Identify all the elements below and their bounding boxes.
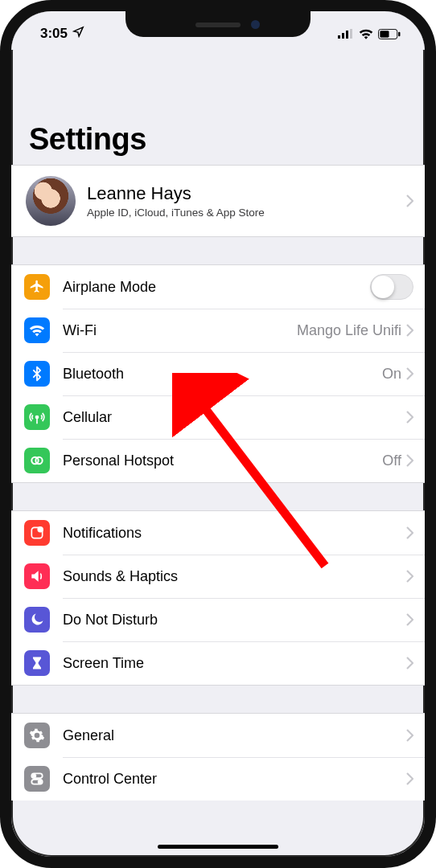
chevron-right-icon <box>406 194 413 207</box>
svg-rect-1 <box>342 33 344 39</box>
svg-rect-2 <box>346 31 348 39</box>
row-label: Notifications <box>63 525 406 542</box>
chevron-right-icon <box>406 657 413 669</box>
chevron-right-icon <box>406 729 413 742</box>
chevron-right-icon <box>406 411 413 424</box>
chevron-right-icon <box>406 772 413 785</box>
dnd-row[interactable]: Do Not Disturb <box>11 598 425 641</box>
row-label: Cellular <box>63 409 406 426</box>
row-label: Screen Time <box>63 655 406 672</box>
profile-name: Leanne Hays <box>87 183 406 204</box>
chevron-right-icon <box>406 367 413 380</box>
controlcenter-row[interactable]: Control Center <box>11 757 425 800</box>
bluetooth-icon <box>24 361 50 387</box>
row-label: Wi-Fi <box>63 322 297 339</box>
controlcenter-icon <box>24 766 50 792</box>
wifi-icon <box>359 28 373 39</box>
hotspot-icon <box>24 448 50 473</box>
row-value: Mango Life Unifi <box>297 322 401 339</box>
notifications-group: Notifications Sounds & Haptics Do Not Di… <box>11 510 425 686</box>
home-indicator[interactable] <box>158 845 278 849</box>
device-notch <box>125 11 311 37</box>
svg-rect-3 <box>350 29 352 39</box>
airplane-mode-toggle[interactable] <box>370 274 413 300</box>
row-value: Off <box>382 452 401 469</box>
svg-rect-5 <box>380 31 389 37</box>
general-icon <box>24 723 50 748</box>
profile-row[interactable]: Leanne Hays Apple ID, iCloud, iTunes & A… <box>11 166 425 236</box>
cellular-signal-icon <box>338 29 354 39</box>
profile-group: Leanne Hays Apple ID, iCloud, iTunes & A… <box>11 165 425 237</box>
row-label: Bluetooth <box>63 366 382 383</box>
system-group: General Control Center <box>11 713 425 800</box>
row-value: On <box>382 366 401 383</box>
general-row[interactable]: General <box>11 714 425 757</box>
svg-point-14 <box>33 775 35 777</box>
chevron-right-icon <box>406 570 413 583</box>
cellular-icon <box>24 404 50 430</box>
sounds-row[interactable]: Sounds & Haptics <box>11 555 425 598</box>
row-label: Airplane Mode <box>63 279 370 296</box>
notifications-row[interactable]: Notifications <box>11 511 425 555</box>
row-label: Personal Hotspot <box>63 452 382 469</box>
wifi-row[interactable]: Wi-Fi Mango Life Unifi <box>11 309 425 352</box>
row-label: Do Not Disturb <box>63 612 406 628</box>
cellular-row[interactable]: Cellular <box>11 395 425 439</box>
svg-point-16 <box>39 780 41 783</box>
svg-point-12 <box>38 527 43 532</box>
row-label: General <box>63 727 406 744</box>
chevron-right-icon <box>406 454 413 467</box>
connectivity-group: Airplane Mode Wi-Fi Mango Life Unifi Blu… <box>11 264 425 483</box>
wifi-icon <box>24 317 50 343</box>
avatar <box>26 176 76 226</box>
screentime-icon <box>24 650 50 676</box>
chevron-right-icon <box>406 526 413 539</box>
row-label: Control Center <box>63 771 406 788</box>
notifications-icon <box>24 520 50 546</box>
location-arrow-icon <box>72 26 84 42</box>
sounds-icon <box>24 563 50 589</box>
row-label: Sounds & Haptics <box>63 568 406 585</box>
page-title: Settings <box>11 50 425 165</box>
chevron-right-icon <box>406 324 413 337</box>
airplane-mode-row[interactable]: Airplane Mode <box>11 265 425 309</box>
bluetooth-row[interactable]: Bluetooth On <box>11 352 425 395</box>
status-time: 3:05 <box>40 26 68 42</box>
profile-subtitle: Apple ID, iCloud, iTunes & App Store <box>87 207 406 219</box>
dnd-icon <box>24 607 50 633</box>
airplane-icon <box>24 274 50 300</box>
battery-icon <box>378 29 401 39</box>
svg-rect-6 <box>398 31 400 36</box>
chevron-right-icon <box>406 613 413 626</box>
hotspot-row[interactable]: Personal Hotspot Off <box>11 439 425 482</box>
screentime-row[interactable]: Screen Time <box>11 641 425 685</box>
settings-scroll[interactable]: Settings Leanne Hays Apple ID, iCloud, i… <box>11 50 425 857</box>
phone-frame: 3:05 Settings Leanne Hays <box>0 0 436 868</box>
svg-rect-0 <box>338 35 340 39</box>
